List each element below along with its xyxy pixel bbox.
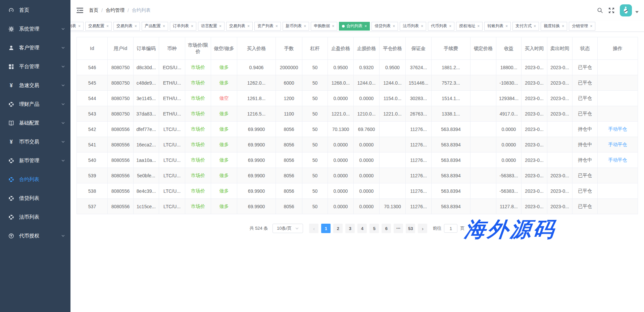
page-button-6[interactable]: 6: [382, 224, 391, 233]
tab-申购数据[interactable]: 申购数据×: [311, 22, 337, 31]
breadcrumb-item[interactable]: 合约管理: [106, 7, 125, 13]
close-icon[interactable]: ×: [421, 24, 423, 28]
close-icon[interactable]: ×: [332, 24, 334, 28]
page-button-1[interactable]: 1: [321, 224, 331, 233]
sidebar-item-急速交易[interactable]: ¥急速交易: [0, 76, 70, 95]
page-size-select[interactable]: 10条/页: [273, 224, 303, 233]
table-cell: LTC/U...: [159, 199, 185, 214]
tether-icon: [8, 233, 14, 239]
search-icon[interactable]: [597, 7, 603, 13]
close-icon[interactable]: ×: [191, 24, 193, 28]
breadcrumb-item[interactable]: 首页: [89, 7, 98, 13]
tab-法币列表[interactable]: 法币列表×: [400, 22, 426, 31]
sidebar-item-法币列表[interactable]: 法币列表: [0, 208, 70, 226]
close-icon[interactable]: ×: [534, 24, 536, 28]
column-header: 买入价格: [237, 37, 276, 60]
close-icon[interactable]: ×: [449, 24, 451, 28]
tab-交易列表[interactable]: 交易列表×: [226, 22, 253, 31]
close-icon[interactable]: ×: [135, 24, 137, 28]
table-cell: LTC/U...: [159, 122, 185, 137]
close-icon[interactable]: ×: [304, 24, 306, 28]
table-cell: [547, 122, 573, 137]
goto-page-input[interactable]: [444, 224, 457, 233]
tab-新币列表[interactable]: 新币列表×: [283, 22, 309, 31]
more-pages-button[interactable]: •••: [394, 224, 403, 233]
page-button-3[interactable]: 3: [345, 224, 355, 233]
prev-page-button[interactable]: ‹: [309, 224, 318, 233]
tab-列表[interactable]: 列表×: [70, 22, 84, 31]
table-cell: 6000: [276, 75, 302, 91]
tab-转账列表[interactable]: 转账列表×: [484, 22, 511, 31]
sidebar-item-币币交易[interactable]: ¥币币交易: [0, 132, 70, 151]
table-cell: 7572.3...: [432, 75, 470, 91]
table-cell: 8080556: [108, 137, 134, 152]
page-button-5[interactable]: 5: [369, 224, 379, 233]
close-icon[interactable]: ×: [505, 24, 508, 28]
close-icon[interactable]: ×: [78, 24, 81, 28]
sidebar-item-系统管理[interactable]: 系统管理: [0, 19, 70, 38]
table-cell: ETH/U...: [159, 106, 185, 122]
table-cell: 8056: [276, 199, 302, 214]
sidebar-item-理财产品[interactable]: 理财产品: [0, 95, 70, 114]
tab-额度转换[interactable]: 额度转换×: [541, 22, 567, 31]
sidebar-item-新币管理[interactable]: 新币管理: [0, 151, 70, 170]
total-count: 共 524 条: [250, 225, 268, 231]
fullscreen-icon[interactable]: [608, 7, 614, 13]
close-icon[interactable]: ×: [163, 24, 165, 28]
close-icon[interactable]: ×: [247, 24, 250, 28]
close-icon[interactable]: ×: [276, 24, 278, 28]
close-icon[interactable]: ×: [219, 24, 221, 28]
table-cell: 0.0000: [328, 152, 354, 168]
sidebar-fold-icon[interactable]: [77, 7, 83, 13]
page-button-53[interactable]: 53: [406, 224, 415, 233]
tab-分销管理[interactable]: 分销管理×: [569, 22, 595, 31]
sidebar-item-基础配置[interactable]: 基础配置: [0, 114, 70, 132]
close-icon[interactable]: ×: [364, 24, 367, 28]
sidebar-item-平台管理[interactable]: 平台管理: [0, 57, 70, 76]
table-cell: 市场价: [185, 91, 211, 106]
column-header: 手数: [276, 37, 302, 60]
manual-close-action[interactable]: 手动平仓: [598, 122, 638, 137]
avatar[interactable]: [620, 4, 632, 16]
tab-交易配置[interactable]: 交易配置×: [85, 22, 112, 31]
table-cell: 544: [77, 91, 108, 106]
tab-label: 列表: [70, 23, 76, 29]
tab-合约列表[interactable]: 合约列表×: [339, 22, 370, 31]
tab-语言配置[interactable]: 语言配置×: [198, 22, 225, 31]
table-cell: 0.9406: [237, 60, 276, 75]
tab-资产列表[interactable]: 资产列表×: [254, 22, 281, 31]
table-cell: 563.8394: [432, 122, 470, 137]
sidebar-item-合约列表[interactable]: 合约列表: [0, 170, 70, 189]
close-icon[interactable]: ×: [590, 24, 592, 28]
page-button-2[interactable]: 2: [333, 224, 343, 233]
goto-label: 前往: [433, 225, 441, 231]
page-button-4[interactable]: 4: [357, 224, 367, 233]
close-icon[interactable]: ×: [393, 24, 395, 28]
table-cell: 已平仓: [573, 183, 598, 199]
close-icon[interactable]: ×: [106, 24, 109, 28]
tab-支付方式[interactable]: 支付方式×: [512, 22, 539, 31]
chevron-down-icon[interactable]: [635, 11, 639, 13]
sidebar-item-代币授权[interactable]: 代币授权: [0, 226, 70, 245]
manual-close-action[interactable]: 手动平仓: [598, 137, 638, 152]
tab-交易列表[interactable]: 交易列表×: [113, 22, 140, 31]
tab-产品配置[interactable]: 产品配置×: [142, 22, 168, 31]
table-cell: 563.8394: [432, 199, 470, 214]
tab-代币列表[interactable]: 代币列表×: [428, 22, 454, 31]
table-cell: 做多: [211, 137, 237, 152]
tab-订单列表[interactable]: 订单列表×: [170, 22, 196, 31]
manual-close-action[interactable]: 手动平仓: [598, 152, 638, 168]
table-cell: 0.0000: [496, 137, 522, 152]
next-page-button[interactable]: ›: [418, 224, 427, 233]
sidebar-item-客户管理[interactable]: 客户管理: [0, 38, 70, 57]
sidebar-item-借贷列表[interactable]: 借贷列表: [0, 189, 70, 208]
sidebar-item-首页[interactable]: 首页: [0, 1, 70, 19]
sidebar-item-label: 新币管理: [19, 158, 39, 164]
table-cell: 8080750: [108, 91, 134, 106]
close-icon[interactable]: ×: [562, 24, 564, 28]
tab-授权地址[interactable]: 授权地址×: [456, 22, 483, 31]
close-icon[interactable]: ×: [477, 24, 480, 28]
tab-借贷列表[interactable]: 借贷列表×: [371, 22, 398, 31]
table-cell: 18800...: [496, 60, 522, 75]
table-cell: 做多: [211, 60, 237, 75]
